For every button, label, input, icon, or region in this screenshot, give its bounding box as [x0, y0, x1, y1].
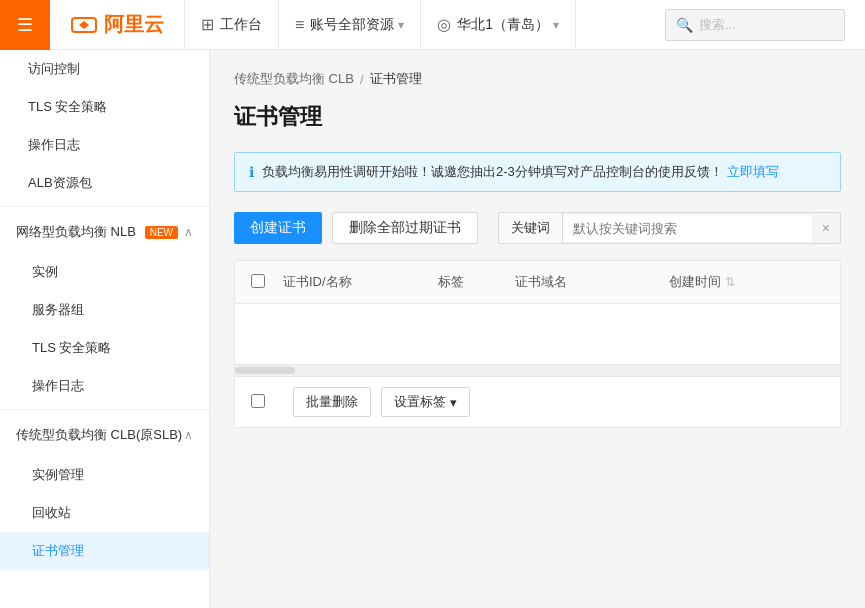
sidebar-item-nlb-instance[interactable]: 实例: [0, 253, 209, 291]
logo[interactable]: 阿里云: [50, 0, 185, 50]
sidebar-item-clb-cert[interactable]: 证书管理: [0, 532, 209, 570]
set-tag-label: 设置标签: [394, 393, 446, 411]
hamburger-button[interactable]: ☰: [0, 0, 50, 50]
sidebar-item-nlb-tls[interactable]: TLS 安全策略: [0, 329, 209, 367]
banner-link[interactable]: 立即填写: [727, 163, 779, 181]
logo-icon: [70, 15, 98, 35]
table-scroll-thumb[interactable]: [235, 367, 295, 374]
sidebar-item-access-control[interactable]: 访问控制: [0, 50, 209, 88]
search-area: 🔍 搜索...: [665, 9, 865, 41]
select-all-checkbox[interactable]: [251, 274, 265, 288]
region-label: 华北1（青岛）: [457, 16, 549, 34]
main-layout: 访问控制 TLS 安全策略 操作日志 ALB资源包 网络型负载均衡 NLB NE…: [0, 50, 865, 608]
toolbar: 创建证书 删除全部过期证书 关键词 ×: [234, 212, 841, 244]
breadcrumb-parent[interactable]: 传统型负载均衡 CLB: [234, 70, 354, 88]
nav-workbench[interactable]: ⊞ 工作台: [185, 0, 279, 50]
region-icon: ◎: [437, 15, 451, 34]
info-banner: ℹ 负载均衡易用性调研开始啦！诚邀您抽出2-3分钟填写对产品控制台的使用反馈！ …: [234, 152, 841, 192]
resources-label: 账号全部资源: [310, 16, 394, 34]
sidebar-divider-2: [0, 409, 209, 410]
breadcrumb-current: 证书管理: [370, 70, 422, 88]
sidebar-item-tls-policy[interactable]: TLS 安全策略: [0, 88, 209, 126]
sidebar-section-clb[interactable]: 传统型负载均衡 CLB(原SLB) ∧: [0, 414, 209, 456]
cert-table: 证书ID/名称 标签 证书域名 创建时间 ⇅ 批量删除: [234, 260, 841, 428]
workbench-icon: ⊞: [201, 15, 214, 34]
sidebar-divider-1: [0, 206, 209, 207]
sidebar-item-operation-log[interactable]: 操作日志: [0, 126, 209, 164]
create-cert-button[interactable]: 创建证书: [234, 212, 322, 244]
nav-region[interactable]: ◎ 华北1（青岛） ▾: [421, 0, 576, 50]
search-box[interactable]: 🔍 搜索...: [665, 9, 845, 41]
hamburger-icon: ☰: [17, 14, 33, 36]
nlb-section-label: 网络型负载均衡 NLB: [16, 223, 136, 241]
set-tag-button[interactable]: 设置标签 ▾: [381, 387, 470, 417]
nav-resources[interactable]: ≡ 账号全部资源 ▾: [279, 0, 421, 50]
col-header-tag: 标签: [438, 273, 515, 291]
search-input[interactable]: [563, 215, 812, 242]
content-area: 传统型负载均衡 CLB / 证书管理 证书管理 ℹ 负载均衡易用性调研开始啦！诚…: [210, 50, 865, 608]
breadcrumb-separator: /: [360, 72, 364, 87]
logo-text: 阿里云: [104, 11, 164, 38]
footer-select-checkbox[interactable]: [251, 394, 265, 408]
table-body-empty: [235, 304, 840, 364]
search-icon: 🔍: [676, 17, 693, 33]
table-footer: 批量删除 设置标签 ▾: [235, 376, 840, 427]
clb-section-arrow-icon: ∧: [184, 428, 193, 442]
search-tag-label: 关键词: [499, 213, 563, 243]
footer-checkbox-cell: [251, 394, 283, 411]
sidebar-item-nlb-server-group[interactable]: 服务器组: [0, 291, 209, 329]
sidebar-item-clb-instance[interactable]: 实例管理: [0, 456, 209, 494]
sidebar-collapse-button[interactable]: ‹: [209, 309, 210, 349]
table-scroll-bar[interactable]: [235, 364, 840, 376]
banner-text: 负载均衡易用性调研开始啦！诚邀您抽出2-3分钟填写对产品控制台的使用反馈！: [262, 163, 723, 181]
col-header-id: 证书ID/名称: [283, 273, 438, 291]
page-title: 证书管理: [234, 102, 841, 132]
sidebar-item-clb-recycle[interactable]: 回收站: [0, 494, 209, 532]
table-header: 证书ID/名称 标签 证书域名 创建时间 ⇅: [235, 261, 840, 304]
clb-section-label: 传统型负载均衡 CLB(原SLB): [16, 426, 182, 444]
sidebar-item-nlb-log[interactable]: 操作日志: [0, 367, 209, 405]
search-placeholder-text: 搜索...: [699, 16, 736, 34]
sidebar-item-alb-package[interactable]: ALB资源包: [0, 164, 209, 202]
resources-arrow-icon: ▾: [398, 18, 404, 32]
info-icon: ℹ: [249, 164, 254, 180]
workbench-label: 工作台: [220, 16, 262, 34]
nav-items: ⊞ 工作台 ≡ 账号全部资源 ▾ ◎ 华北1（青岛） ▾: [185, 0, 665, 50]
sidebar: 访问控制 TLS 安全策略 操作日志 ALB资源包 网络型负载均衡 NLB NE…: [0, 50, 210, 608]
tag-dropdown-icon: ▾: [450, 395, 457, 410]
region-arrow-icon: ▾: [553, 18, 559, 32]
sort-icon[interactable]: ⇅: [725, 275, 735, 289]
resources-icon: ≡: [295, 16, 304, 34]
batch-delete-button[interactable]: 批量删除: [293, 387, 371, 417]
col-header-time: 创建时间 ⇅: [669, 273, 824, 291]
sidebar-section-nlb[interactable]: 网络型负载均衡 NLB NEW ∧: [0, 211, 209, 253]
header-checkbox-cell: [251, 274, 283, 291]
top-navigation: ☰ 阿里云 ⊞ 工作台 ≡ 账号全部资源 ▾ ◎ 华北1（青岛） ▾ 🔍 搜索.: [0, 0, 865, 50]
delete-expired-button[interactable]: 删除全部过期证书: [332, 212, 478, 244]
search-clear-button[interactable]: ×: [812, 214, 840, 242]
breadcrumb: 传统型负载均衡 CLB / 证书管理: [234, 70, 841, 88]
col-header-domain: 证书域名: [515, 273, 670, 291]
search-group: 关键词 ×: [498, 212, 841, 244]
nlb-section-arrow-icon: ∧: [184, 225, 193, 239]
nlb-badge: NEW: [145, 226, 178, 239]
